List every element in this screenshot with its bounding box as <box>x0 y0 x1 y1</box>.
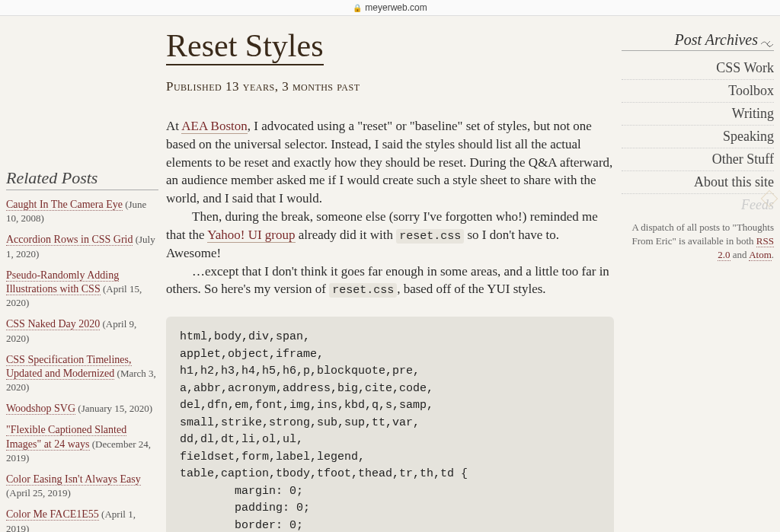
nav-list: CSS WorkToolboxWritingSpeakingOther Stuf… <box>622 57 774 194</box>
code-block: html,body,div,span, applet,object,iframe… <box>166 317 614 532</box>
related-post-item: Caught In The Camera Eye (June 10, 2008) <box>6 198 158 225</box>
nav-link[interactable]: Toolbox <box>622 80 774 103</box>
flourish-icon <box>760 36 774 46</box>
related-post-item: Color Me FACE1E55 (April 1, 2019) <box>6 508 158 532</box>
article-content: Reset Styles Published 13 years, 3 month… <box>166 24 614 532</box>
related-post-link[interactable]: CSS Specification Timelines, Updated and… <box>6 354 132 380</box>
related-post-item: "Flexible Captioned Slanted Images" at 2… <box>6 423 158 465</box>
paragraph-1: At AEA Boston, I advocated using a "rese… <box>166 117 614 208</box>
url-host: meyerweb.com <box>365 2 427 13</box>
aea-boston-link[interactable]: AEA Boston <box>181 119 247 134</box>
related-post-link[interactable]: Caught In The Camera Eye <box>6 199 123 211</box>
publish-date: Published 13 years, 3 months past <box>166 79 614 94</box>
yahoo-ui-link[interactable]: Yahoo! UI group <box>207 228 295 243</box>
paragraph-2: Then, during the break, someone else (so… <box>166 208 614 263</box>
feeds-dispatch: A dispatch of all posts to "Thoughts Fro… <box>622 221 774 263</box>
related-post-item: Accordion Rows in CSS Grid (July 1, 2020… <box>6 233 158 260</box>
nav-link[interactable]: About this site <box>622 171 774 194</box>
related-posts-heading: Related Posts <box>6 168 158 190</box>
related-post-date: (January 15, 2020) <box>75 403 152 414</box>
related-post-link[interactable]: Color Easing Isn't Always Easy <box>6 473 141 486</box>
nav-link[interactable]: Speaking <box>622 126 774 148</box>
related-post-item: CSS Naked Day 2020 (April 9, 2020) <box>6 317 158 345</box>
related-post-date: (April 25, 2019) <box>6 487 71 499</box>
browser-url-bar: 🔒meyerweb.com <box>0 0 780 16</box>
nav-link[interactable]: CSS Work <box>622 57 774 80</box>
related-post-item: CSS Specification Timelines, Updated and… <box>6 353 158 395</box>
page-title: Reset Styles <box>166 27 324 65</box>
nav-link[interactable]: Other Stuff <box>622 148 774 171</box>
inline-code: reset.css <box>329 283 397 298</box>
atom-link[interactable]: Atom <box>749 249 772 261</box>
inline-code: reset.css <box>396 229 464 244</box>
nav-link[interactable]: Writing <box>622 103 774 126</box>
related-post-item: Woodshop SVG (January 15, 2020) <box>6 402 158 416</box>
paragraph-3: …except that I don't think it goes far e… <box>166 263 614 299</box>
related-post-item: Pseudo-Randomly Adding Illustrations wit… <box>6 269 158 311</box>
related-post-link[interactable]: CSS Naked Day 2020 <box>6 318 100 330</box>
feeds-heading: Feeds <box>622 197 774 213</box>
lock-icon: 🔒 <box>353 4 362 12</box>
related-post-link[interactable]: Accordion Rows in CSS Grid <box>6 234 133 246</box>
related-post-link[interactable]: Color Me FACE1E55 <box>6 508 99 521</box>
related-post-item: Color Easing Isn't Always Easy (April 25… <box>6 473 158 500</box>
right-sidebar: Post Archives CSS WorkToolboxWritingSpea… <box>622 24 774 532</box>
related-post-link[interactable]: Woodshop SVG <box>6 403 75 415</box>
related-posts-sidebar: Related Posts Caught In The Camera Eye (… <box>6 24 158 532</box>
post-archives-heading: Post Archives <box>622 31 774 51</box>
